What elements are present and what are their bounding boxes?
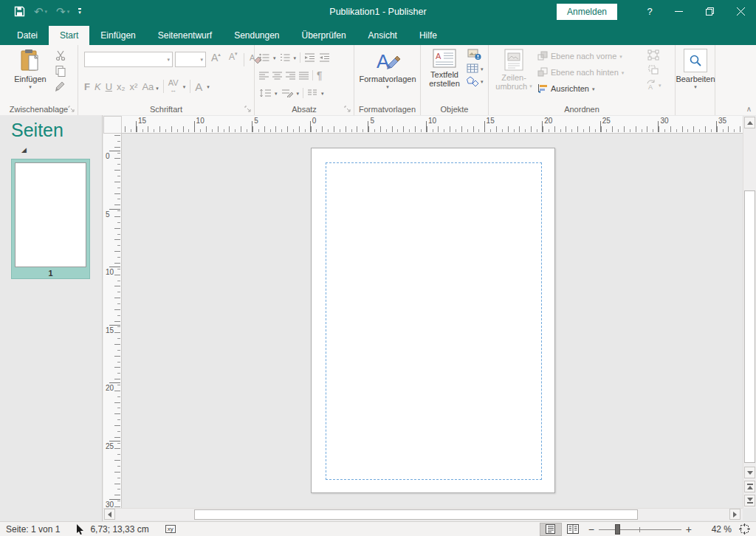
underline-button[interactable]: U	[106, 81, 112, 92]
draw-textbox-button[interactable]: A Textfeld erstellen	[424, 45, 465, 97]
show-formatting-button[interactable]: ¶	[317, 69, 323, 81]
fit-page-button[interactable]	[739, 523, 750, 535]
shapes-button[interactable]: ▾	[467, 76, 484, 86]
vertical-ruler[interactable]: 051015202530	[103, 134, 122, 508]
collapse-ribbon-button[interactable]: ∧	[746, 105, 752, 113]
tab-seitenentwurf[interactable]: Seitenentwurf	[147, 26, 223, 45]
scroll-up-button[interactable]	[744, 117, 755, 128]
bullets-button[interactable]	[259, 53, 269, 62]
columns-button[interactable]	[307, 89, 317, 97]
page-status[interactable]: Seite: 1 von 1	[6, 524, 60, 535]
decrease-indent-button[interactable]	[304, 53, 315, 62]
draw-textbox-label-line1: Textfeld	[430, 70, 458, 79]
two-page-view-button[interactable]	[562, 523, 584, 536]
columns-icon	[307, 89, 317, 97]
save-button[interactable]	[10, 4, 29, 20]
restore-button[interactable]	[694, 0, 725, 23]
align-objects-button[interactable]: Ausrichten ▾	[537, 82, 624, 95]
justify-button[interactable]	[299, 72, 309, 80]
align-left-button[interactable]	[259, 72, 269, 80]
send-backward-button[interactable]: Ebene nach hinten ▾	[537, 66, 624, 78]
rotate-objects-button[interactable]: A ▾	[645, 79, 662, 90]
redo-button[interactable]: ↷ ▾	[52, 4, 73, 20]
paragraph-dialog-launcher-icon[interactable]	[344, 106, 351, 113]
vertical-scrollbar[interactable]	[743, 116, 756, 508]
font-color-button[interactable]: A	[195, 80, 202, 93]
previous-page-button[interactable]	[744, 481, 755, 492]
copy-button[interactable]	[55, 65, 66, 77]
superscript-button[interactable]: x²	[130, 81, 138, 92]
align-center-button[interactable]	[272, 72, 282, 80]
bold-button[interactable]: F	[84, 81, 90, 92]
subscript-button[interactable]: x₂	[117, 81, 126, 92]
edit-button[interactable]: Bearbeiten ▾	[673, 45, 718, 97]
undo-button[interactable]: ↶ ▾	[30, 4, 51, 20]
character-spacing-label: AV	[168, 79, 179, 86]
shading-button[interactable]	[281, 89, 293, 97]
zoom-level[interactable]: 42 %	[696, 524, 732, 535]
cursor-coordinates[interactable]: 6,73; 13,33 cm	[90, 524, 148, 535]
numbering-button[interactable]	[280, 53, 290, 62]
tab-start[interactable]: Start	[49, 26, 89, 45]
tab-hilfe[interactable]: Hilfe	[408, 26, 448, 45]
scroll-right-button[interactable]	[729, 509, 740, 520]
close-button[interactable]	[725, 0, 756, 23]
zoom-in-button[interactable]: +	[681, 523, 696, 535]
vertical-scroll-thumb[interactable]	[744, 190, 755, 463]
change-case-button[interactable]: Aa ▾	[142, 81, 158, 92]
tab-ueberpruefen[interactable]: Überprüfen	[291, 26, 357, 45]
font-size-combo[interactable]: ▾	[175, 52, 206, 67]
tab-einfuegen[interactable]: Einfügen	[89, 26, 146, 45]
font-name-combo[interactable]: ▾	[84, 52, 173, 67]
page-thumbnail[interactable]: 1	[11, 159, 90, 279]
increase-indent-button[interactable]	[319, 53, 330, 62]
shrink-font-button[interactable]: A ▾	[229, 52, 238, 62]
minimize-button[interactable]	[663, 0, 694, 23]
rotate-objects-icon: A	[645, 79, 657, 90]
pages-panel-collapse-icon[interactable]: ◢	[21, 146, 27, 154]
save-icon	[14, 6, 25, 17]
bring-forward-button[interactable]: Ebene nach vorne ▾	[537, 49, 624, 62]
tab-sendungen[interactable]: Sendungen	[223, 26, 290, 45]
cut-button[interactable]	[55, 49, 66, 61]
publication-page[interactable]	[311, 148, 555, 493]
group-objects-button[interactable]	[645, 49, 662, 61]
draw-textbox-label-line2: erstellen	[429, 79, 460, 88]
italic-button[interactable]: K	[94, 81, 101, 92]
line-spacing-button[interactable]	[259, 89, 271, 97]
margin-guides	[326, 162, 542, 480]
styles-button[interactable]: A Formatvorlagen ▾	[360, 45, 415, 97]
styles-icon: A	[375, 49, 400, 72]
horizontal-scrollbar[interactable]	[103, 508, 743, 520]
clipboard-dialog-launcher-icon[interactable]	[68, 106, 75, 113]
customize-quick-access-button[interactable]: ▾	[75, 4, 85, 20]
pictures-button[interactable]	[467, 49, 484, 61]
publication-canvas[interactable]	[122, 134, 743, 508]
object-size-indicator[interactable]: xy	[165, 525, 176, 533]
sign-in-button[interactable]: Anmelden	[557, 4, 617, 20]
horizontal-ruler[interactable]: 1510505101520253035	[122, 116, 743, 134]
character-spacing-button[interactable]: AV ↔	[168, 79, 179, 94]
help-button[interactable]: ?	[636, 0, 663, 23]
tab-datei[interactable]: Datei	[6, 26, 49, 45]
zoom-slider[interactable]	[599, 524, 681, 535]
grow-font-button[interactable]: A ▴	[211, 52, 221, 63]
align-right-button[interactable]	[286, 72, 295, 80]
text-wrapping-icon	[504, 49, 523, 71]
format-painter-button[interactable]	[55, 80, 66, 92]
single-page-view-button[interactable]	[540, 523, 562, 536]
search-box-frame	[684, 49, 707, 72]
font-dialog-launcher-icon[interactable]	[244, 106, 252, 113]
zoom-out-button[interactable]: −	[584, 523, 599, 535]
scroll-left-button[interactable]	[104, 509, 115, 520]
horizontal-scroll-thumb[interactable]	[194, 509, 638, 520]
scroll-down-button[interactable]	[744, 467, 755, 478]
table-button[interactable]: ▾	[467, 63, 484, 73]
next-page-button[interactable]	[744, 495, 755, 506]
ungroup-objects-button[interactable]	[645, 64, 662, 75]
send-backward-label: Ebene nach hinten	[551, 68, 619, 77]
text-wrapping-button[interactable]: Zeilen- umbruch ▾	[493, 45, 535, 97]
zoom-slider-handle[interactable]	[615, 524, 620, 535]
paste-button[interactable]: Einfügen ▾	[9, 45, 52, 97]
tab-ansicht[interactable]: Ansicht	[357, 26, 408, 45]
